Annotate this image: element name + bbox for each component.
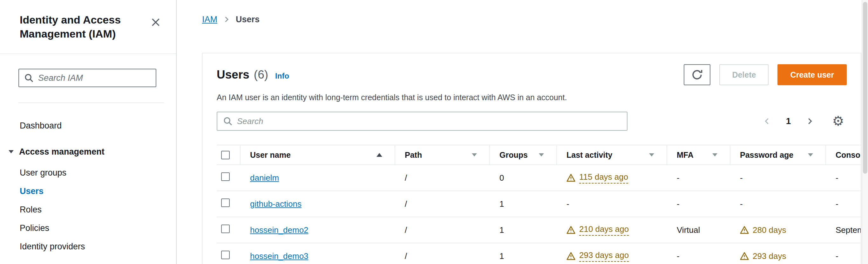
column-header-path[interactable]: Path — [395, 145, 490, 165]
panel-description: An IAM user is an identity with long-ter… — [217, 93, 847, 102]
groups-count-link[interactable]: 1 — [499, 225, 504, 235]
console-signin-cell: September — [826, 225, 861, 235]
row-checkbox[interactable] — [221, 172, 230, 181]
column-header-console-last-signin[interactable]: Console last sign-in — [826, 145, 861, 165]
sidebar-search-input[interactable] — [38, 73, 151, 83]
vertical-scrollbar — [862, 0, 868, 264]
warning-icon — [566, 173, 576, 182]
console-signin-cell: - — [826, 199, 861, 209]
table-search-input[interactable] — [237, 116, 621, 126]
users-count: (6) — [254, 68, 268, 82]
user-name-link[interactable]: hossein_demo2 — [250, 225, 309, 235]
info-link[interactable]: Info — [275, 71, 289, 81]
scrollbar-thumb[interactable] — [863, 2, 867, 174]
column-header-password-age[interactable]: Password age — [731, 145, 826, 165]
search-icon — [223, 116, 232, 126]
mfa-cell: - — [667, 173, 731, 183]
password-age-cell: - — [731, 199, 826, 209]
sidebar-nav: Dashboard Access management User groups … — [0, 103, 176, 256]
groups-count-link[interactable]: 1 — [499, 199, 504, 209]
password-age-cell: 280 days — [731, 225, 826, 235]
users-panel: Users (6) Info — [202, 53, 861, 264]
warning-icon — [566, 252, 576, 261]
row-checkbox[interactable] — [221, 251, 230, 259]
sidebar-section-label: Access management — [19, 147, 104, 157]
sidebar-item-user-groups[interactable]: User groups — [0, 164, 176, 182]
column-header-mfa[interactable]: MFA — [667, 145, 731, 165]
filter-icon[interactable] — [808, 153, 813, 157]
column-header-user-name[interactable]: User name — [241, 145, 395, 165]
sidebar-item-users[interactable]: Users — [0, 182, 176, 200]
breadcrumb-link-iam[interactable]: IAM — [202, 14, 217, 25]
header-select-cell — [217, 145, 241, 165]
page-title: Users — [217, 68, 249, 82]
table-toolbar: 1 ⚙ — [217, 112, 847, 131]
sidebar-subnav: User groups Users Roles Policies Identit… — [0, 164, 176, 256]
console-signin-cell: - — [826, 251, 861, 261]
panel-actions: Delete Create user — [684, 64, 847, 85]
select-all-checkbox[interactable] — [221, 151, 230, 159]
row-checkbox[interactable] — [221, 199, 230, 207]
password-age-value: 293 days — [753, 251, 786, 261]
users-table: User name Path Groups — [217, 145, 861, 264]
next-page-button[interactable] — [805, 116, 815, 126]
panel-title-group: Users (6) Info — [217, 68, 289, 82]
path-cell: / — [395, 199, 490, 209]
search-icon — [24, 73, 34, 83]
previous-page-button[interactable] — [762, 116, 772, 126]
last-activity-cell: 115 days ago — [557, 172, 667, 183]
last-activity-cell: 293 days ago — [557, 250, 667, 262]
sidebar-item-dashboard[interactable]: Dashboard — [0, 116, 176, 135]
last-activity-cell: - — [557, 199, 667, 209]
close-sidebar-button[interactable] — [149, 16, 162, 29]
row-checkbox[interactable] — [221, 225, 230, 233]
refresh-icon — [692, 69, 703, 80]
groups-cell: 0 — [490, 173, 557, 183]
path-cell: / — [395, 251, 490, 261]
groups-count-link[interactable]: 1 — [499, 251, 504, 261]
password-age-value: 280 days — [753, 225, 786, 235]
preferences-gear-icon[interactable]: ⚙ — [832, 115, 844, 128]
main-content: IAM Users Users (6) Info — [177, 0, 868, 264]
table-row: danielm / 0 115 days ago - - — [217, 165, 861, 191]
sidebar-item-roles[interactable]: Roles — [0, 200, 176, 219]
sidebar-item-policies[interactable]: Policies — [0, 219, 176, 237]
filter-icon[interactable] — [538, 153, 544, 157]
current-page-number[interactable]: 1 — [786, 116, 791, 126]
sidebar-header-divider — [0, 53, 176, 54]
delete-button[interactable]: Delete — [719, 64, 769, 85]
chevron-right-icon — [806, 117, 814, 125]
create-user-button[interactable]: Create user — [777, 64, 847, 85]
filter-icon[interactable] — [471, 153, 477, 157]
console-signin-cell: - — [826, 173, 861, 183]
warning-icon — [740, 252, 749, 261]
sidebar-section-access-management[interactable]: Access management — [0, 143, 176, 161]
column-header-groups[interactable]: Groups — [490, 145, 557, 165]
last-activity-value[interactable]: 210 days ago — [579, 224, 629, 236]
breadcrumb-current-users: Users — [236, 14, 259, 25]
last-activity-value[interactable]: 293 days ago — [579, 250, 629, 262]
refresh-button[interactable] — [684, 64, 710, 85]
filter-icon[interactable] — [649, 153, 654, 157]
breadcrumb-chevron-icon — [223, 16, 230, 23]
pagination: 1 ⚙ — [762, 115, 844, 128]
breadcrumb: IAM Users — [202, 14, 868, 25]
column-header-last-activity[interactable]: Last activity — [557, 145, 667, 165]
sidebar-title: Identity and Access Management (IAM) — [20, 13, 144, 41]
password-age-cell: - — [731, 173, 826, 183]
table-search-box — [217, 112, 627, 131]
last-activity-cell: 210 days ago — [557, 224, 667, 236]
sidebar-header: Identity and Access Management (IAM) — [0, 0, 176, 41]
user-name-link[interactable]: hossein_demo3 — [250, 251, 309, 261]
table-header-row: User name Path Groups — [217, 145, 861, 165]
path-cell: / — [395, 225, 490, 235]
sidebar-search-box — [19, 69, 156, 87]
section-caret-icon — [8, 150, 14, 154]
user-name-link[interactable]: danielm — [250, 173, 279, 182]
iam-sidebar: Identity and Access Management (IAM) Das… — [0, 0, 177, 264]
mfa-cell: - — [667, 251, 731, 261]
user-name-link[interactable]: github-actions — [250, 199, 302, 209]
sidebar-item-identity-providers[interactable]: Identity providers — [0, 237, 176, 256]
last-activity-value[interactable]: 115 days ago — [579, 172, 628, 183]
filter-icon[interactable] — [712, 153, 718, 157]
